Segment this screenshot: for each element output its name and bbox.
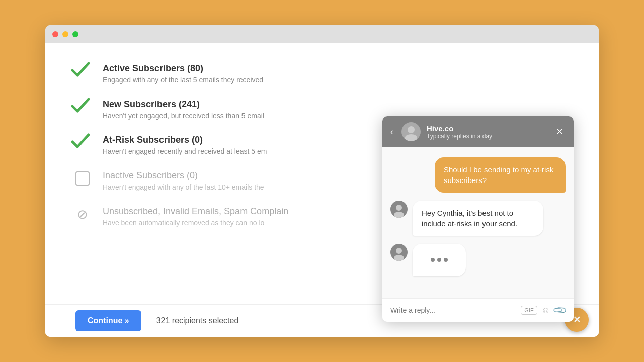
chat-reply-input[interactable] [390, 306, 516, 314]
chat-input-area: GIF ☺ 📎 [382, 298, 574, 322]
chat-back-button[interactable]: ‹ [390, 127, 395, 137]
sender-avatar-1 [390, 201, 408, 218]
attachment-icon[interactable]: 📎 [552, 302, 568, 318]
item-desc-inactive: Haven't engaged with any of the last 10+… [103, 183, 264, 191]
recipients-count: 321 recipients selected [156, 316, 239, 325]
minimize-dot[interactable] [62, 31, 68, 37]
message-bubble-right: Should I be sending to my at-risk subscr… [435, 157, 566, 193]
checkbox-new[interactable] [75, 100, 93, 117]
checkbox-inactive[interactable] [75, 171, 93, 189]
titlebar [45, 25, 599, 43]
sender-avatar-2 [390, 244, 408, 261]
message-bubble-typing [413, 244, 466, 276]
chat-name: Hive.co [427, 124, 548, 133]
item-text-new: New Subscribers (241) Haven't yet engage… [103, 99, 264, 120]
item-title-inactive: Inactive Subscribers (0) [103, 170, 264, 181]
item-text-at-risk: At-Risk Subscribers (0) Haven't engaged … [103, 135, 267, 155]
close-dot[interactable] [52, 31, 58, 37]
item-desc-active: Engaged with any of the last 5 emails th… [103, 76, 263, 84]
item-text-inactive: Inactive Subscribers (0) Haven't engaged… [103, 170, 264, 191]
browser-content: Active Subscribers (80) Engaged with any… [45, 43, 599, 337]
chat-close-button[interactable]: ✕ [554, 124, 566, 139]
browser-window: Active Subscribers (80) Engaged with any… [45, 25, 599, 337]
typing-dot-2 [437, 258, 441, 262]
item-title-unsubscribed: Unsubscribed, Invalid Emails, Spam Compl… [103, 206, 288, 217]
item-title-new: New Subscribers (241) [103, 99, 264, 110]
item-text-unsubscribed: Unsubscribed, Invalid Emails, Spam Compl… [103, 206, 288, 227]
checkbox-active[interactable] [75, 64, 93, 81]
message-outgoing: Should I be sending to my at-risk subscr… [435, 157, 566, 193]
item-desc-unsubscribed: Have been automatically removed as they … [103, 219, 288, 227]
message-bubble-left-1: Hey Cynthia, it's best not to include at… [413, 201, 543, 236]
chat-input-icons: GIF ☺ 📎 [521, 305, 566, 316]
checkbox-unsubscribed: ⊘ [75, 207, 93, 224]
message-incoming-1: Hey Cynthia, it's best not to include at… [390, 201, 566, 236]
subscriber-item-active: Active Subscribers (80) Engaged with any… [75, 63, 569, 84]
close-icon: ✕ [573, 314, 581, 325]
maximize-dot[interactable] [72, 31, 78, 37]
continue-button[interactable]: Continue » [75, 310, 141, 331]
chat-header-info: Hive.co Typically replies in a day [427, 124, 548, 140]
item-title-active: Active Subscribers (80) [103, 63, 263, 74]
message-incoming-2 [390, 244, 566, 276]
blocked-icon: ⊘ [75, 207, 90, 221]
typing-indicator [422, 251, 457, 269]
chat-status: Typically replies in a day [427, 133, 548, 140]
emoji-icon[interactable]: ☺ [541, 305, 550, 316]
chat-panel: ‹ Hive.co Typically replies in a day ✕ S… [382, 116, 574, 322]
chat-avatar [401, 122, 421, 141]
typing-dot-3 [444, 258, 448, 262]
typing-dot-1 [431, 258, 435, 262]
item-text-active: Active Subscribers (80) Engaged with any… [103, 63, 263, 84]
chat-header: ‹ Hive.co Typically replies in a day ✕ [382, 116, 574, 147]
item-desc-at-risk: Haven't engaged recently and received at… [103, 147, 267, 155]
item-desc-new: Haven't yet engaged, but received less t… [103, 112, 264, 120]
checkbox-at-risk[interactable] [75, 136, 93, 153]
item-title-at-risk: At-Risk Subscribers (0) [103, 135, 267, 145]
gif-button[interactable]: GIF [521, 306, 537, 315]
chat-body: Should I be sending to my at-risk subscr… [382, 147, 574, 298]
